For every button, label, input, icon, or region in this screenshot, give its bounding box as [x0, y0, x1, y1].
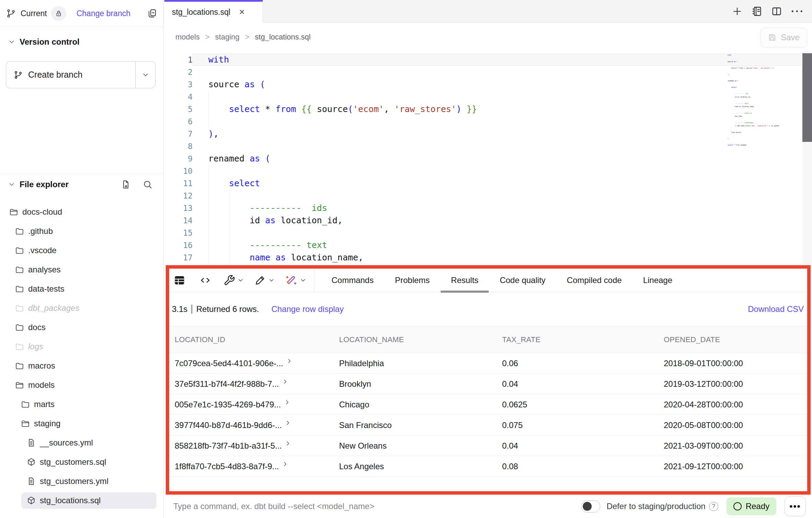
- line-number: 3: [164, 78, 193, 91]
- file-tree-item-stg-customers-sql[interactable]: stg_customers.sql: [0, 452, 163, 472]
- search-icon[interactable]: [143, 180, 152, 189]
- create-branch-dropdown[interactable]: [135, 61, 155, 88]
- defer-toggle[interactable]: [581, 500, 600, 513]
- code-line: 10: [164, 165, 812, 177]
- file-tree-item-docs-cloud[interactable]: docs-cloud: [0, 202, 163, 222]
- line-content: select: [193, 177, 812, 190]
- split-pane-icon[interactable]: [771, 6, 782, 17]
- file-explorer-title: File explorer: [20, 180, 69, 189]
- branch-bar: Current Change branch: [0, 0, 163, 27]
- expand-cell-icon[interactable]: [286, 359, 293, 364]
- save-button[interactable]: Save: [760, 27, 807, 47]
- build-wrench-icon[interactable]: [223, 274, 235, 286]
- file-tree-item--github[interactable]: .github: [0, 222, 163, 241]
- line-number: 2: [164, 66, 193, 78]
- breadcrumb-item[interactable]: staging: [215, 33, 240, 42]
- results-table-header: LOCATION_IDLOCATION_NAMETAX_RATEOPENED_D…: [169, 326, 807, 353]
- expand-cell-icon[interactable]: [282, 379, 289, 385]
- folder-icon: [15, 323, 24, 332]
- file-tree-item-stg-locations-sql[interactable]: stg_locations.sql: [0, 491, 163, 510]
- rows-returned: Returned 6 rows.: [196, 304, 259, 314]
- code-line: 2: [164, 66, 812, 78]
- help-icon[interactable]: ?: [709, 502, 718, 511]
- file-tree-item-docs[interactable]: docs: [0, 318, 163, 337]
- editor-scrollbar-thumb[interactable]: [802, 53, 812, 142]
- expand-cell-icon[interactable]: [284, 400, 291, 406]
- defer-label: Defer to staging/production: [606, 502, 705, 511]
- folder-open-icon: [9, 207, 18, 216]
- code-editor[interactable]: 1with23source as (45 select * from {{ so…: [164, 52, 812, 265]
- line-number: 13: [164, 202, 193, 214]
- breadcrumb-item[interactable]: models: [175, 33, 200, 42]
- column-header-opened_date: OPENED_DATE: [658, 335, 807, 344]
- toolbar-divider: [314, 269, 314, 292]
- code-line: 17 name as location_name,: [164, 251, 812, 264]
- file-tree-item-staging[interactable]: staging: [0, 414, 163, 433]
- file-tree-item-marts[interactable]: marts: [0, 395, 163, 414]
- minimap[interactable]: with source as ( select * from {{ source…: [728, 54, 779, 205]
- file-tree-item--sources-yml[interactable]: __sources.yml: [0, 433, 163, 452]
- expand-cell-icon[interactable]: [285, 420, 291, 426]
- indent-guide: [208, 165, 209, 265]
- line-number: 12: [164, 190, 193, 202]
- chevron-down-icon[interactable]: [237, 277, 244, 284]
- code-line: 8: [164, 140, 812, 153]
- table-cell: Philadelphia: [334, 359, 497, 368]
- table-cell: Brooklyn: [334, 379, 497, 389]
- file-tree-item-data-tests[interactable]: data-tests: [0, 279, 163, 299]
- chevron-down-icon: [8, 38, 15, 46]
- file-tree-item-macros[interactable]: macros: [0, 356, 163, 375]
- table-cell: 2020-04-28T00:00:00: [658, 400, 807, 409]
- download-csv-link[interactable]: Download CSV: [748, 304, 804, 314]
- file-tree-item-stg-customers-yml[interactable]: stg_customers.yml: [0, 472, 163, 491]
- file-tree-item-models[interactable]: models: [0, 375, 163, 395]
- expand-cell-icon[interactable]: [282, 462, 289, 468]
- table-cell: 7c079cea-5ed4-4101-906e-...: [169, 359, 334, 368]
- panel-tab-lineage[interactable]: Lineage: [643, 275, 672, 285]
- folder-open-icon: [15, 381, 24, 390]
- more-actions-button[interactable]: •••: [785, 496, 806, 516]
- format-brush-icon[interactable]: [254, 274, 266, 286]
- panel-tab-problems[interactable]: Problems: [395, 275, 430, 285]
- tab-title: stg_locations.sql: [172, 8, 230, 17]
- ide-status-badge[interactable]: Ready: [727, 497, 776, 515]
- expand-cell-icon[interactable]: [285, 441, 291, 447]
- line-content: [193, 91, 812, 103]
- file-label: data-tests: [28, 284, 64, 294]
- file-tree-item--vscode[interactable]: .vscode: [0, 241, 163, 260]
- line-number: 4: [164, 91, 193, 103]
- line-number: 9: [164, 153, 193, 165]
- create-branch-button[interactable]: Create branch: [6, 61, 155, 88]
- change-row-display-link[interactable]: Change row display: [271, 304, 344, 314]
- command-input[interactable]: Type a command, ex. dbt build --select <…: [173, 502, 374, 511]
- file-tree-item-analyses[interactable]: analyses: [0, 260, 163, 279]
- copy-icon[interactable]: [147, 8, 157, 19]
- panel-tab-results[interactable]: Results: [451, 275, 478, 285]
- table-cell: 005e7e1c-1935-4269-b479...: [169, 400, 334, 409]
- file-label: macros: [28, 361, 55, 371]
- version-control-header[interactable]: Version control: [0, 34, 163, 49]
- file-tree-item-logs[interactable]: logs: [0, 337, 163, 356]
- panel-tab-code-quality[interactable]: Code quality: [500, 275, 545, 285]
- query-elapsed: 3.1s: [172, 304, 187, 314]
- close-tab-icon[interactable]: ×: [239, 8, 245, 17]
- file-label: docs: [28, 323, 46, 332]
- new-tab-icon[interactable]: [732, 6, 742, 16]
- file-label: .vscode: [28, 246, 57, 255]
- line-number: 10: [164, 165, 193, 177]
- chevron-down-icon[interactable]: [268, 277, 275, 284]
- change-branch-link[interactable]: Change branch: [77, 9, 130, 18]
- preview-table-icon[interactable]: [173, 274, 186, 286]
- file-tree-item-dbt-packages[interactable]: dbt_packages: [0, 299, 163, 318]
- panel-tab-commands[interactable]: Commands: [332, 275, 374, 285]
- notebook-icon[interactable]: [751, 6, 762, 17]
- more-options-icon[interactable]: ···: [791, 5, 804, 17]
- panel-tab-compiled-code[interactable]: Compiled code: [567, 275, 622, 285]
- new-file-icon[interactable]: [121, 180, 130, 189]
- tab-stg-locations-sql[interactable]: stg_locations.sql ×: [164, 0, 263, 23]
- dbt-cloud-ide: Current Change branch Version control Cr…: [0, 0, 812, 518]
- breadcrumb-bar: models > staging > stg_locations.sql Sav…: [164, 23, 812, 52]
- chevron-down-icon[interactable]: [300, 277, 306, 284]
- compile-code-icon[interactable]: [199, 274, 211, 286]
- ai-wand-icon[interactable]: [285, 274, 298, 286]
